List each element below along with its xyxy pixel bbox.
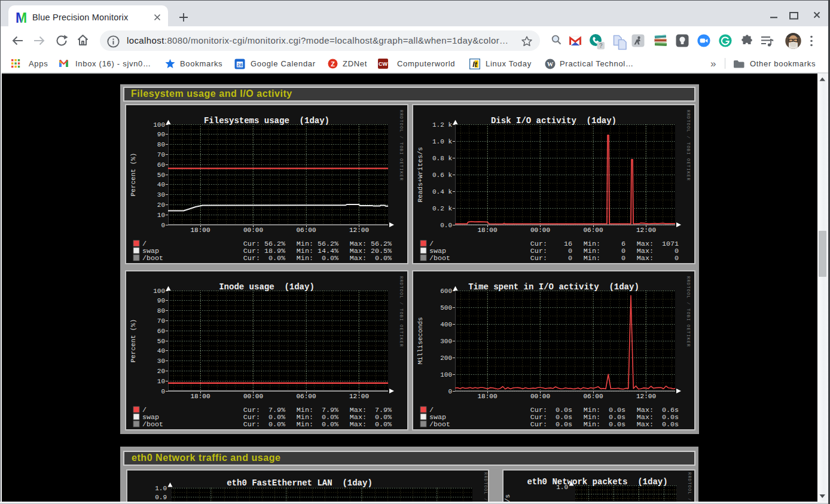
svg-text:Max: 0.0s: Max: 0.0s	[637, 420, 679, 429]
svg-text:Cur: 0: Cur: 0	[530, 254, 572, 262]
svg-text:80: 80	[157, 307, 165, 314]
svg-text:CW: CW	[379, 61, 387, 67]
svg-text:100: 100	[153, 288, 165, 295]
svg-text:30: 30	[157, 358, 165, 365]
svg-text:1.0: 1.0	[155, 485, 167, 492]
svg-text:Time spent in I/O activity (1: Time spent in I/O activity (1day)	[468, 282, 639, 292]
svg-text:100: 100	[440, 371, 452, 378]
svg-text:Max: 0.0%: Max: 0.0%	[350, 254, 392, 262]
svg-text:20: 20	[157, 368, 165, 375]
svg-text:500: 500	[440, 304, 452, 311]
svg-text:10: 10	[157, 212, 165, 219]
svg-text:28: 28	[237, 62, 243, 68]
svg-text:/boot: /boot	[429, 420, 450, 429]
svg-text:0: 0	[161, 222, 165, 229]
svg-text:12:00: 12:00	[349, 227, 369, 234]
svg-text:06:00: 06:00	[296, 227, 316, 234]
svg-text:1.0 k: 1.0 k	[432, 138, 452, 145]
svg-text:0.2 k: 0.2 k	[432, 205, 452, 212]
svg-text:W: W	[547, 61, 554, 68]
svg-text:Cur: 0.0%: Cur: 0.0%	[243, 420, 286, 429]
svg-text:100: 100	[153, 121, 165, 129]
svg-text:Min: 0.0%: Min: 0.0%	[297, 420, 339, 429]
svg-text:0.9: 0.9	[155, 494, 167, 501]
svg-text:06:00: 06:00	[583, 393, 603, 400]
svg-text:Reads+Writes/s: Reads+Writes/s	[417, 147, 424, 202]
svg-text:12:00: 12:00	[636, 227, 656, 234]
svg-text:Milliseconds: Milliseconds	[417, 317, 424, 364]
svg-text:0.6 k: 0.6 k	[432, 172, 452, 179]
svg-text:Cur: 0.0s: Cur: 0.0s	[530, 420, 572, 429]
svg-text:RRDTOOL / TOBI OETIKER: RRDTOOL / TOBI OETIKER	[399, 276, 404, 347]
svg-text:18:00: 18:00	[477, 393, 497, 400]
svg-text:00:00: 00:00	[530, 227, 550, 234]
svg-text:300: 300	[440, 338, 452, 345]
svg-text:Min: 0: Min: 0	[584, 254, 625, 262]
svg-text:40: 40	[157, 347, 165, 355]
svg-text:Cur: 0.0%: Cur: 0.0%	[243, 254, 286, 262]
svg-text:It: It	[472, 60, 477, 69]
svg-text:40: 40	[157, 181, 165, 188]
svg-text:12:00: 12:00	[636, 393, 656, 400]
svg-text:200: 200	[440, 355, 452, 362]
svg-text:50: 50	[157, 338, 165, 345]
svg-text:/boot: /boot	[142, 420, 163, 429]
svg-text:Min: 0.0%: Min: 0.0%	[297, 254, 339, 262]
svg-text:Percent (%): Percent (%)	[130, 153, 137, 197]
svg-text:00:00: 00:00	[243, 393, 263, 400]
svg-text:1.2 k: 1.2 k	[432, 121, 452, 129]
svg-text:00:00: 00:00	[530, 393, 550, 400]
svg-text:0: 0	[448, 388, 452, 395]
svg-text:70: 70	[157, 317, 165, 325]
svg-text:RRDTOOL / TOBI OETIKER: RRDTOOL / TOBI OETIKER	[399, 110, 404, 181]
svg-text:90: 90	[157, 131, 165, 138]
svg-text:Disk I/O activity (1day): Disk I/O activity (1day)	[491, 116, 617, 126]
svg-text:Z: Z	[331, 60, 335, 68]
svg-text:Inode usage (1day): Inode usage (1day)	[219, 282, 315, 292]
svg-text:/boot: /boot	[429, 254, 450, 262]
svg-text:400: 400	[440, 321, 452, 328]
svg-text:1.0: 1.0	[556, 484, 568, 491]
svg-text:0.4 k: 0.4 k	[432, 188, 452, 196]
svg-text:06:00: 06:00	[583, 227, 603, 234]
svg-text:70: 70	[157, 151, 165, 158]
svg-text:18:00: 18:00	[190, 393, 210, 400]
svg-text:600: 600	[440, 288, 452, 295]
svg-text:?: ?	[599, 42, 603, 49]
svg-text:Min: 0.0s: Min: 0.0s	[584, 420, 625, 429]
svg-text:RRDTOOL / TOBI OETIKER: RRDTOOL / TOBI OETIKER	[686, 110, 691, 181]
svg-text:60: 60	[157, 328, 165, 335]
svg-text:0.0: 0.0	[440, 222, 452, 229]
svg-text:00:00: 00:00	[243, 227, 263, 234]
svg-text:Percent (%): Percent (%)	[130, 319, 137, 363]
svg-text:RRDTOOL / TOBI OETIKER: RRDTOOL / TOBI OETIKER	[483, 472, 488, 504]
svg-text:80: 80	[157, 141, 165, 148]
svg-text:0: 0	[161, 388, 165, 395]
svg-text:RRDTOOL / TOBI OETIKER: RRDTOOL / TOBI OETIKER	[687, 472, 692, 504]
svg-text:18:00: 18:00	[477, 227, 497, 234]
svg-text:eth0 Network packets (1day): eth0 Network packets (1day)	[527, 477, 667, 487]
svg-text:18:00: 18:00	[190, 227, 210, 234]
svg-text:60: 60	[157, 161, 165, 169]
svg-text:Max: 0.0%: Max: 0.0%	[350, 420, 392, 429]
svg-text:eth0 FastEthernet LAN (1day): eth0 FastEthernet LAN (1day)	[227, 478, 373, 488]
svg-text:90: 90	[157, 297, 165, 304]
svg-text:Filesystems usage (1day): Filesystems usage (1day)	[204, 116, 329, 126]
svg-text:50: 50	[157, 172, 165, 179]
svg-text:10: 10	[157, 378, 165, 385]
svg-text:Max: 0: Max: 0	[637, 254, 679, 262]
svg-text:30: 30	[157, 191, 165, 198]
svg-text:12:00: 12:00	[349, 393, 369, 400]
svg-text:20: 20	[157, 201, 165, 209]
svg-text:06:00: 06:00	[296, 393, 316, 400]
svg-text:0.8 k: 0.8 k	[432, 155, 452, 162]
svg-text:/boot: /boot	[142, 254, 163, 262]
svg-text:RRDTOOL / TOBI OETIKER: RRDTOOL / TOBI OETIKER	[686, 276, 691, 347]
